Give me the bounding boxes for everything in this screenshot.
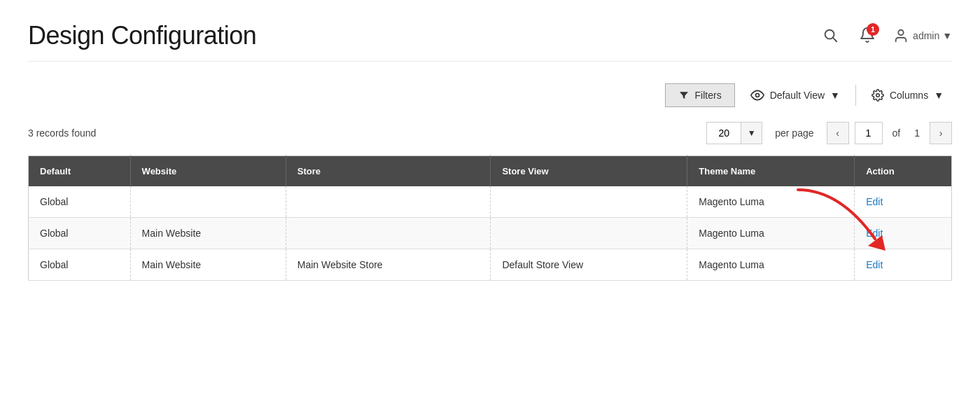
col-header-default: Default bbox=[29, 156, 131, 187]
filters-button[interactable]: Filters bbox=[665, 83, 735, 107]
table-row: GlobalMain WebsiteMagento LumaEdit bbox=[29, 218, 952, 249]
svg-point-2 bbox=[898, 30, 903, 35]
svg-marker-3 bbox=[680, 92, 688, 99]
toolbar-divider bbox=[855, 85, 856, 106]
design-config-table: Default Website Store Store View Theme N… bbox=[28, 155, 952, 281]
col-header-theme-name: Theme Name bbox=[687, 156, 855, 187]
col-header-store: Store bbox=[286, 156, 491, 187]
view-dropdown-arrow: ▼ bbox=[830, 90, 840, 101]
search-button[interactable] bbox=[819, 24, 841, 48]
records-found: 3 records found bbox=[28, 127, 96, 139]
per-page-input[interactable] bbox=[706, 122, 741, 144]
cell-default: Global bbox=[29, 218, 131, 249]
edit-link[interactable]: Edit bbox=[866, 228, 883, 239]
per-page-label: per page bbox=[775, 127, 813, 139]
filter-icon bbox=[678, 90, 690, 101]
user-icon bbox=[893, 28, 909, 43]
default-view-button[interactable]: Default View ▼ bbox=[743, 83, 847, 108]
svg-line-1 bbox=[833, 38, 836, 41]
table-row: GlobalMain WebsiteMain Website StoreDefa… bbox=[29, 249, 952, 281]
total-pages: 1 bbox=[914, 127, 920, 139]
edit-link[interactable]: Edit bbox=[866, 196, 883, 207]
notification-badge: 1 bbox=[867, 23, 879, 36]
cell-store_view bbox=[491, 218, 687, 249]
columns-button[interactable]: Columns ▼ bbox=[864, 83, 951, 107]
cell-website bbox=[130, 186, 286, 218]
cell-website: Main Website bbox=[130, 249, 286, 281]
toolbar-row: Filters Default View ▼ Columns ▼ bbox=[28, 83, 952, 108]
page-title: Design Configuration bbox=[28, 21, 256, 50]
search-icon bbox=[822, 27, 838, 43]
prev-page-button[interactable]: ‹ bbox=[827, 122, 849, 144]
per-page-dropdown-arrow[interactable]: ▼ bbox=[741, 122, 762, 144]
user-name-label: admin ▼ bbox=[913, 30, 952, 41]
pagination-row: 3 records found ▼ per page ‹ of 1 › bbox=[28, 122, 952, 144]
columns-label: Columns bbox=[890, 90, 928, 101]
col-header-website: Website bbox=[130, 156, 286, 187]
next-page-button[interactable]: › bbox=[930, 122, 952, 144]
cell-store bbox=[286, 186, 491, 218]
cell-default: Global bbox=[29, 186, 131, 218]
cell-store_view: Default Store View bbox=[491, 249, 687, 281]
table-wrapper: Default Website Store Store View Theme N… bbox=[28, 155, 952, 281]
columns-dropdown-arrow: ▼ bbox=[934, 90, 944, 101]
edit-link[interactable]: Edit bbox=[866, 259, 883, 270]
svg-point-4 bbox=[755, 94, 759, 97]
cell-theme_name: Magento Luma bbox=[687, 218, 855, 249]
cell-store bbox=[286, 218, 491, 249]
filters-label: Filters bbox=[695, 90, 722, 101]
col-header-action: Action bbox=[855, 156, 952, 187]
table-row: GlobalMagento LumaEdit bbox=[29, 186, 952, 218]
cell-default: Global bbox=[29, 249, 131, 281]
eye-icon bbox=[750, 88, 764, 102]
default-view-label: Default View bbox=[770, 90, 825, 101]
pagination-controls: ▼ per page ‹ of 1 › bbox=[706, 122, 952, 144]
cell-theme_name: Magento Luma bbox=[687, 186, 855, 218]
of-label: of bbox=[892, 127, 901, 139]
cell-store_view bbox=[491, 186, 687, 218]
cell-website: Main Website bbox=[130, 218, 286, 249]
gear-icon bbox=[872, 89, 884, 102]
cell-store: Main Website Store bbox=[286, 249, 491, 281]
cell-theme_name: Magento Luma bbox=[687, 249, 855, 281]
svg-point-5 bbox=[876, 94, 880, 97]
per-page-select: ▼ bbox=[706, 122, 762, 144]
col-header-store-view: Store View bbox=[491, 156, 687, 187]
notification-bell[interactable]: 1 bbox=[855, 23, 879, 49]
current-page-input[interactable] bbox=[855, 122, 883, 144]
header-actions: 1 admin ▼ bbox=[819, 23, 952, 49]
user-menu[interactable]: admin ▼ bbox=[893, 28, 952, 43]
table-header-row: Default Website Store Store View Theme N… bbox=[29, 156, 952, 187]
